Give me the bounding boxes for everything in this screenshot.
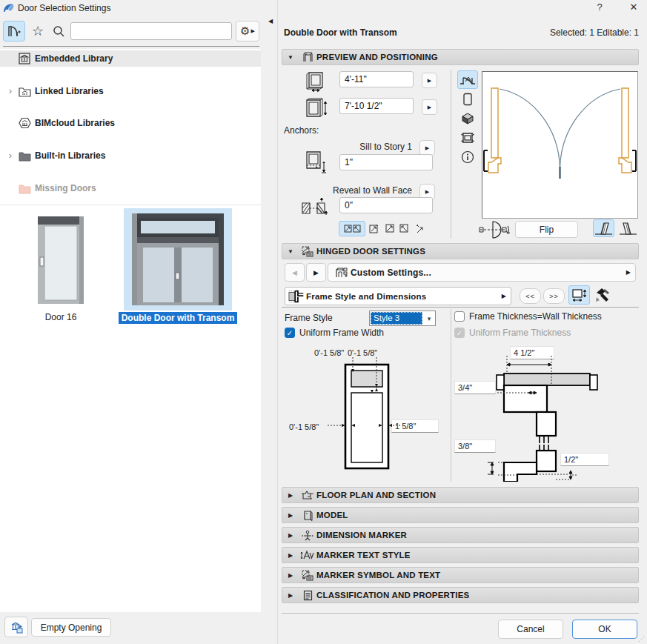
archicad-logo-icon [3,2,15,14]
height-options-button[interactable]: ▶ [422,99,437,115]
toolbar-separator [3,46,259,47]
panel-collapse-arrow-icon[interactable]: ◀ [268,18,273,24]
hammer-paint-icon [595,287,611,303]
surface-paint-button[interactable] [592,285,614,305]
search-input[interactable] [70,22,232,40]
title-bar: Door Selection Settings ? ✕ [0,0,647,18]
marker-symbol-text-icon [299,570,316,581]
section-marker-symbol-and-text[interactable]: ▶ MARKER SYMBOL AND TEXT [282,567,639,583]
anchor-pair-selected[interactable] [339,221,365,236]
thumbnail-door-16[interactable]: Door 16 [24,211,98,322]
sill-height-field[interactable]: 1" [339,154,433,170]
chevron-down-icon: ▼ [282,54,299,61]
tree-item-missing-doors[interactable]: Missing Doors [0,180,261,196]
resize-grip[interactable]: ⋰ [638,635,646,643]
frame-thickness-checkbox[interactable]: Frame Thickness=Wall Thickness [454,311,602,322]
section-classification-and-properties[interactable]: ▶ CLASSIFICATION AND PROPERTIES [282,587,639,603]
mirror-swing-icon[interactable] [477,219,510,240]
expand-chevron-icon[interactable]: › [6,152,15,159]
frame-style-select[interactable]: Style 3 ▾ [369,311,436,326]
swing-direction-right-button[interactable] [617,219,639,237]
settings-page-selector[interactable]: Frame Style and Dimensions ▶ [285,287,511,305]
tree-item-built-in-libraries[interactable]: › Built-in Libraries [0,147,261,164]
next-page-button[interactable]: >> [543,288,565,304]
tree-item-bimcloud-libraries[interactable]: BIMcloud Libraries [0,115,261,131]
checkbox-checked-icon[interactable]: ✓ [285,328,295,338]
frame-profile-icon [288,289,306,304]
chevron-down-icon: ▾ [423,315,435,322]
section-floor-plan-and-section[interactable]: ▶ FLOOR PLAN AND SECTION [282,487,639,503]
tree-item-embedded-library[interactable]: Embedded Library [0,50,261,67]
close-button[interactable]: ✕ [623,1,645,16]
section-model[interactable]: ▶ MODEL [282,507,639,523]
element-type-button[interactable] [3,21,25,42]
custom-settings-icon [333,267,351,279]
model-3d-view-button[interactable] [457,109,478,127]
door-16-preview-image [28,211,93,309]
previous-page-button[interactable]: << [520,288,541,304]
plan-view-button[interactable] [457,70,478,89]
sill-anchor-options-button[interactable]: ▶ [419,140,435,156]
settings-menu-button[interactable]: ⚙▶ [236,21,259,42]
flip-button[interactable]: Flip [515,221,578,238]
previous-favorite-button[interactable]: ◀ [285,263,305,282]
bimcloud-library-icon [18,117,31,129]
load-library-button[interactable] [4,617,28,637]
classification-properties-icon [299,590,316,601]
section-marker-text-style[interactable]: ▶ MARKER TEXT STYLE [282,547,639,563]
section-preview-and-positioning[interactable]: ▼ PREVIEW AND POSITIONING [282,49,639,65]
anchor-right-icon[interactable] [399,224,408,233]
door-plan-preview[interactable] [482,71,638,219]
empty-opening-button[interactable]: Empty Opening [31,618,111,637]
tree-item-label: Built-in Libraries [35,150,105,161]
sill-height-icon [304,150,331,175]
resize-mode-button[interactable] [568,285,590,305]
custom-settings-selector[interactable]: Custom Settings... ▶ [328,263,636,282]
folder-icon [18,150,31,162]
floor-plan-icon [459,74,476,86]
resize-icon [571,288,588,303]
width-options-button[interactable]: ▶ [422,73,437,88]
frame-width-top-right-value: 0'-1 5/8" [348,348,377,357]
info-view-button[interactable] [457,147,478,166]
anchor-custom-icon[interactable] [415,224,425,233]
left-bottom-bar: Empty Opening [0,615,261,644]
reveal-depth-field[interactable]: 0" [339,197,433,213]
door-width-field[interactable]: 4'-11" [339,71,414,87]
reveal-depth-icon [299,196,332,219]
ok-button[interactable]: OK [572,620,637,639]
cancel-button[interactable]: Cancel [498,620,563,639]
gear-icon: ⚙ [240,24,250,38]
library-manager-icon [10,621,23,634]
section-dimension-marker[interactable]: ▶ DIMENSION MARKER [282,527,639,543]
dimension-marker-icon [299,530,316,541]
thumbnail-double-door-with-transom[interactable]: Double Door with Transom [123,208,233,324]
reveal-anchor-label[interactable]: Reveal to Wall Face [319,185,412,196]
uniform-frame-width-checkbox[interactable]: ✓ Uniform Frame Width [285,328,384,338]
tree-item-label: Linked Libraries [35,86,104,96]
expand-chevron-icon[interactable]: › [6,87,15,95]
chevron-right-icon: ▶ [626,269,631,276]
section-hinged-door-settings[interactable]: ▼ HINGED DOOR SETTINGS [282,243,639,259]
door-leaf-left-icon [594,221,613,236]
anchor-top-left-icon [344,225,352,233]
window-title: Door Selection Settings [18,3,110,13]
next-favorite-button[interactable]: ▶ [306,263,326,282]
tree-item-linked-libraries[interactable]: › Linked Libraries [0,83,261,99]
door-height-field[interactable]: 7'-10 1/2" [339,98,414,114]
favorites-button[interactable]: ☆ [28,21,47,42]
anchor-top-right-icon [353,225,361,233]
help-button[interactable]: ? [589,1,610,16]
checkbox-unchecked-icon[interactable] [454,311,465,322]
animation-view-button[interactable] [457,128,478,147]
anchor-center-icon[interactable] [369,224,379,233]
door-leaf-right-icon [619,221,637,236]
door-frame-icon [299,52,316,62]
anchor-left-icon[interactable] [385,224,394,233]
sill-anchor-label[interactable]: Sill to Story 1 [339,142,412,152]
tree-item-label: Embedded Library [35,53,113,64]
elevation-view-button[interactable] [457,90,478,108]
frame-width-top-left-value: 0'-1 5/8" [314,348,344,357]
search-icon[interactable] [49,21,68,42]
swing-direction-left-button[interactable] [593,219,614,237]
